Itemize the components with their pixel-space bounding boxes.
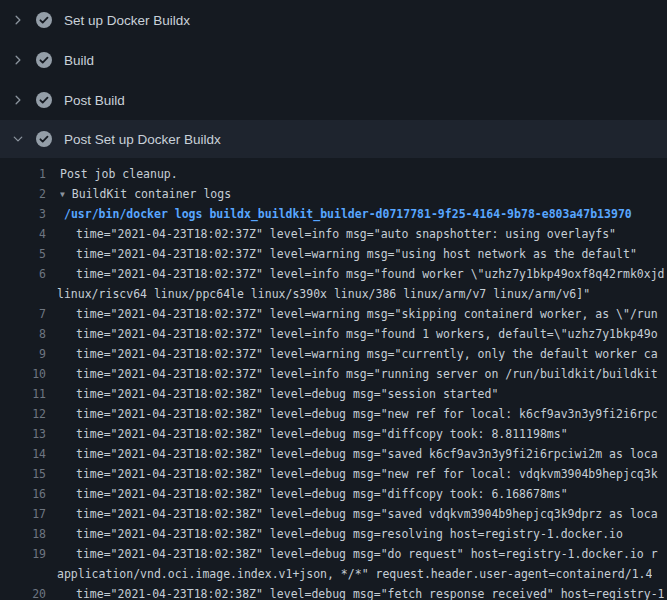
log-line: 6 ▼time="2021-04-23T18:02:37Z" level=inf… [0,264,667,284]
line-text: ▼time="2021-04-23T18:02:38Z" level=debug… [76,544,658,564]
line-text-body: time="2021-04-23T18:02:38Z" level=debug … [76,487,568,501]
chevron-right-icon [12,94,24,106]
line-number[interactable]: 15 [0,464,46,484]
line-text: ▼time="2021-04-23T18:02:37Z" level=info … [76,224,616,244]
line-text: ▼time="2021-04-23T18:02:38Z" level=debug… [76,424,568,444]
line-number[interactable] [0,284,46,304]
step-label: Set up Docker Buildx [64,13,190,28]
line-number[interactable]: 10 [0,364,46,384]
line-number[interactable]: 18 [0,524,46,544]
line-text-body: time="2021-04-23T18:02:38Z" level=debug … [76,427,568,441]
line-text: ▼time="2021-04-23T18:02:38Z" level=debug… [76,524,623,544]
line-text: ▼time="2021-04-23T18:02:37Z" level=warni… [76,244,637,264]
log-line: 4 ▼time="2021-04-23T18:02:37Z" level=inf… [0,224,667,244]
line-text-body: time="2021-04-23T18:02:37Z" level=info m… [76,227,616,241]
log-line: ▼application/vnd.oci.image.index.v1+json… [0,564,667,584]
check-circle-icon [36,52,52,68]
log-line: 10 ▼time="2021-04-23T18:02:37Z" level=in… [0,364,667,384]
log-line: 18 ▼time="2021-04-23T18:02:38Z" level=de… [0,524,667,544]
log-line: 5 ▼time="2021-04-23T18:02:37Z" level=war… [0,244,667,264]
line-text: ▼time="2021-04-23T18:02:38Z" level=debug… [76,504,658,524]
log-line: ▼linux/riscv64 linux/ppc64le linux/s390x… [0,284,667,304]
log-line: 8 ▼time="2021-04-23T18:02:37Z" level=inf… [0,324,667,344]
check-circle-icon [36,92,52,108]
line-number[interactable]: 20 [0,584,46,600]
line-text-body: time="2021-04-23T18:02:37Z" level=info m… [76,367,658,381]
line-text-body: Post job cleanup. [60,167,178,181]
log-line: 13 ▼time="2021-04-23T18:02:38Z" level=de… [0,424,667,444]
line-text: ▼time="2021-04-23T18:02:37Z" level=info … [76,324,658,344]
line-text: ▼application/vnd.oci.image.index.v1+json… [57,564,652,584]
line-text: ▼/usr/bin/docker logs buildx_buildkit_bu… [64,204,632,224]
chevron-down-icon [12,133,24,145]
line-text-body: time="2021-04-23T18:02:38Z" level=debug … [76,447,658,461]
step-header-post-setup-docker-buildx[interactable]: Post Set up Docker Buildx [0,120,667,158]
log-line: 12 ▼time="2021-04-23T18:02:38Z" level=de… [0,404,667,424]
line-text: ▼time="2021-04-23T18:02:37Z" level=info … [76,364,658,384]
line-text-body: time="2021-04-23T18:02:37Z" level=warnin… [76,347,658,361]
group-toggle-icon[interactable]: ▼ [60,190,65,199]
log-line: 7 ▼time="2021-04-23T18:02:37Z" level=war… [0,304,667,324]
line-number[interactable]: 6 [0,264,46,284]
line-text-body: time="2021-04-23T18:02:38Z" level=debug … [76,527,623,541]
line-text: ▼time="2021-04-23T18:02:38Z" level=debug… [76,444,658,464]
line-number[interactable]: 9 [0,344,46,364]
log-line: 17 ▼time="2021-04-23T18:02:38Z" level=de… [0,504,667,524]
line-text-body: time="2021-04-23T18:02:37Z" level=warnin… [76,307,658,321]
log-line: 20 ▼time="2021-04-23T18:02:38Z" level=de… [0,584,667,600]
line-text: ▼time="2021-04-23T18:02:37Z" level=info … [76,264,665,284]
line-number[interactable]: 16 [0,484,46,504]
line-number[interactable]: 12 [0,404,46,424]
chevron-right-icon [12,14,24,26]
log-rows: 1 ▼Post job cleanup. 2 ▼BuildKit contain… [0,158,667,600]
line-number[interactable]: 7 [0,304,46,324]
step-header-build[interactable]: Build [0,40,667,80]
line-number[interactable]: 14 [0,444,46,464]
line-text: ▼time="2021-04-23T18:02:38Z" level=debug… [76,404,658,424]
check-circle-icon [36,12,52,28]
line-number[interactable]: 5 [0,244,46,264]
line-number[interactable]: 8 [0,324,46,344]
line-text-body: time="2021-04-23T18:02:38Z" level=debug … [76,387,498,401]
line-number[interactable]: 17 [0,504,46,524]
line-number[interactable] [0,564,46,584]
line-text: ▼linux/riscv64 linux/ppc64le linux/s390x… [57,284,590,304]
line-number[interactable]: 4 [0,224,46,244]
chevron-right-icon [12,54,24,66]
line-text-body: time="2021-04-23T18:02:38Z" level=debug … [76,407,658,421]
line-text-body: application/vnd.oci.image.index.v1+json,… [57,567,652,581]
line-number[interactable]: 2 [0,184,46,204]
line-text-body: BuildKit container logs [72,187,231,201]
log-line: 16 ▼time="2021-04-23T18:02:38Z" level=de… [0,484,667,504]
line-text: ▼time="2021-04-23T18:02:37Z" level=warni… [76,304,658,324]
log-line: 1 ▼Post job cleanup. [0,164,667,184]
step-header-setup-docker-buildx[interactable]: Set up Docker Buildx [0,0,667,40]
line-number[interactable]: 11 [0,384,46,404]
line-text-body: time="2021-04-23T18:02:37Z" level=warnin… [76,247,637,261]
line-text-body: time="2021-04-23T18:02:38Z" level=debug … [76,507,658,521]
steps-list: Set up Docker Buildx Build Post Build Po… [0,0,667,158]
log-line: 15 ▼time="2021-04-23T18:02:38Z" level=de… [0,464,667,484]
line-text-body: time="2021-04-23T18:02:37Z" level=info m… [76,327,658,341]
line-text: ▼time="2021-04-23T18:02:38Z" level=debug… [76,384,498,404]
step-header-post-build[interactable]: Post Build [0,80,667,120]
line-text: ▼time="2021-04-23T18:02:38Z" level=debug… [76,484,568,504]
line-text-body: /usr/bin/docker logs buildx_buildkit_bui… [64,207,632,221]
line-text: ▼time="2021-04-23T18:02:38Z" level=debug… [76,584,665,600]
step-label: Build [64,53,94,68]
step-label: Post Build [64,93,125,108]
log-line: 2 ▼BuildKit container logs [0,184,667,204]
line-text: ▼time="2021-04-23T18:02:37Z" level=warni… [76,344,658,364]
line-text: ▼time="2021-04-23T18:02:38Z" level=debug… [76,464,658,484]
line-number[interactable]: 13 [0,424,46,444]
line-text-body: time="2021-04-23T18:02:37Z" level=info m… [76,267,665,281]
line-text-body: time="2021-04-23T18:02:38Z" level=debug … [76,547,658,561]
log-line: 3 ▼/usr/bin/docker logs buildx_buildkit_… [0,204,667,224]
log-line: 11 ▼time="2021-04-23T18:02:38Z" level=de… [0,384,667,404]
line-text: ▼BuildKit container logs [60,184,231,204]
line-number[interactable]: 19 [0,544,46,564]
line-number[interactable]: 1 [0,164,46,184]
line-number[interactable]: 3 [0,204,46,224]
line-text-body: linux/riscv64 linux/ppc64le linux/s390x … [57,287,590,301]
log-line: 14 ▼time="2021-04-23T18:02:38Z" level=de… [0,444,667,464]
